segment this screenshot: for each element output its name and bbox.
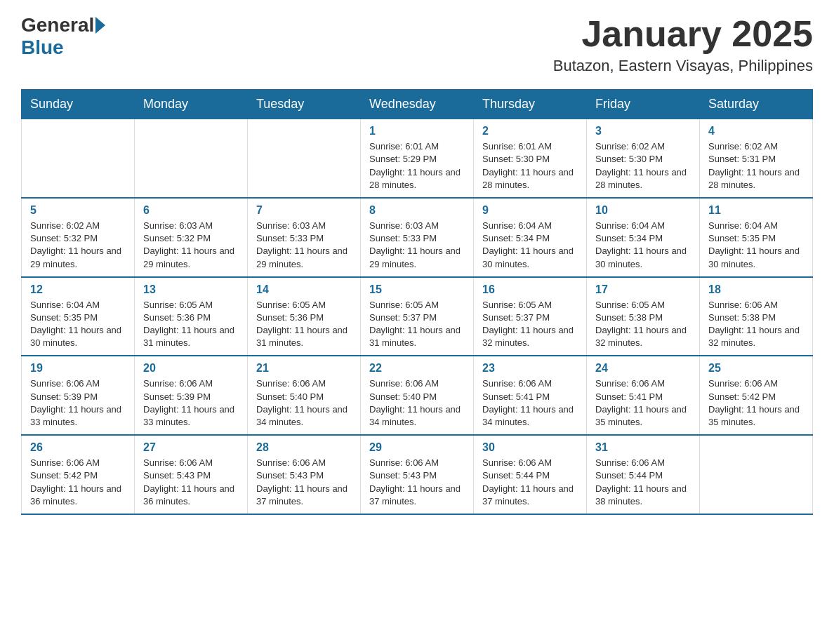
- day-number: 20: [143, 362, 239, 375]
- header-monday: Monday: [135, 90, 248, 119]
- table-row: 5Sunrise: 6:02 AMSunset: 5:32 PMDaylight…: [22, 198, 135, 277]
- table-row: 24Sunrise: 6:06 AMSunset: 5:41 PMDayligh…: [587, 356, 700, 435]
- day-info: Sunrise: 6:01 AMSunset: 5:29 PMDaylight:…: [369, 140, 465, 192]
- header-friday: Friday: [587, 90, 700, 119]
- page-title: January 2025: [553, 14, 813, 54]
- day-number: 27: [143, 441, 239, 454]
- table-row: 11Sunrise: 6:04 AMSunset: 5:35 PMDayligh…: [700, 198, 813, 277]
- day-number: 17: [595, 283, 691, 296]
- table-row: [135, 119, 248, 198]
- calendar-week-row: 19Sunrise: 6:06 AMSunset: 5:39 PMDayligh…: [22, 356, 813, 435]
- day-info: Sunrise: 6:06 AMSunset: 5:40 PMDaylight:…: [256, 377, 352, 429]
- table-row: 18Sunrise: 6:06 AMSunset: 5:38 PMDayligh…: [700, 277, 813, 356]
- calendar-week-row: 26Sunrise: 6:06 AMSunset: 5:42 PMDayligh…: [22, 435, 813, 514]
- day-info: Sunrise: 6:06 AMSunset: 5:41 PMDaylight:…: [482, 377, 578, 429]
- day-info: Sunrise: 6:05 AMSunset: 5:38 PMDaylight:…: [595, 299, 691, 350]
- header-wednesday: Wednesday: [361, 90, 474, 119]
- day-info: Sunrise: 6:06 AMSunset: 5:40 PMDaylight:…: [369, 377, 465, 429]
- table-row: 7Sunrise: 6:03 AMSunset: 5:33 PMDaylight…: [248, 198, 361, 277]
- table-row: 15Sunrise: 6:05 AMSunset: 5:37 PMDayligh…: [361, 277, 474, 356]
- day-info: Sunrise: 6:06 AMSunset: 5:38 PMDaylight:…: [708, 299, 804, 350]
- table-row: 2Sunrise: 6:01 AMSunset: 5:30 PMDaylight…: [474, 119, 587, 198]
- table-row: 8Sunrise: 6:03 AMSunset: 5:33 PMDaylight…: [361, 198, 474, 277]
- day-number: 4: [708, 125, 804, 137]
- table-row: 27Sunrise: 6:06 AMSunset: 5:43 PMDayligh…: [135, 435, 248, 514]
- table-row: 12Sunrise: 6:04 AMSunset: 5:35 PMDayligh…: [22, 277, 135, 356]
- day-number: 10: [595, 204, 691, 217]
- table-row: 23Sunrise: 6:06 AMSunset: 5:41 PMDayligh…: [474, 356, 587, 435]
- day-info: Sunrise: 6:06 AMSunset: 5:43 PMDaylight:…: [143, 457, 239, 508]
- day-info: Sunrise: 6:06 AMSunset: 5:44 PMDaylight:…: [595, 457, 691, 508]
- day-info: Sunrise: 6:05 AMSunset: 5:37 PMDaylight:…: [482, 299, 578, 350]
- day-number: 23: [482, 362, 578, 375]
- day-number: 24: [595, 362, 691, 375]
- calendar-week-row: 5Sunrise: 6:02 AMSunset: 5:32 PMDaylight…: [22, 198, 813, 277]
- day-number: 28: [256, 441, 352, 454]
- table-row: 17Sunrise: 6:05 AMSunset: 5:38 PMDayligh…: [587, 277, 700, 356]
- header-saturday: Saturday: [700, 90, 813, 119]
- day-number: 2: [482, 125, 578, 137]
- header-tuesday: Tuesday: [248, 90, 361, 119]
- day-number: 29: [369, 441, 465, 454]
- day-info: Sunrise: 6:06 AMSunset: 5:42 PMDaylight:…: [708, 377, 804, 429]
- day-info: Sunrise: 6:04 AMSunset: 5:34 PMDaylight:…: [482, 220, 578, 271]
- logo-arrow-icon: [95, 17, 105, 34]
- day-number: 9: [482, 204, 578, 217]
- day-number: 15: [369, 283, 465, 296]
- logo: General Blue: [21, 14, 107, 59]
- day-info: Sunrise: 6:03 AMSunset: 5:33 PMDaylight:…: [256, 220, 352, 271]
- day-number: 1: [369, 125, 465, 137]
- logo-blue: Blue: [21, 36, 64, 59]
- table-row: [700, 435, 813, 514]
- day-number: 22: [369, 362, 465, 375]
- day-number: 19: [30, 362, 126, 375]
- table-row: 30Sunrise: 6:06 AMSunset: 5:44 PMDayligh…: [474, 435, 587, 514]
- calendar-week-row: 1Sunrise: 6:01 AMSunset: 5:29 PMDaylight…: [22, 119, 813, 198]
- day-info: Sunrise: 6:05 AMSunset: 5:36 PMDaylight:…: [143, 299, 239, 350]
- day-info: Sunrise: 6:04 AMSunset: 5:35 PMDaylight:…: [708, 220, 804, 271]
- day-info: Sunrise: 6:03 AMSunset: 5:32 PMDaylight:…: [143, 220, 239, 271]
- day-info: Sunrise: 6:06 AMSunset: 5:43 PMDaylight:…: [369, 457, 465, 508]
- table-row: 29Sunrise: 6:06 AMSunset: 5:43 PMDayligh…: [361, 435, 474, 514]
- calendar-header-row: Sunday Monday Tuesday Wednesday Thursday…: [22, 90, 813, 119]
- table-row: 22Sunrise: 6:06 AMSunset: 5:40 PMDayligh…: [361, 356, 474, 435]
- table-row: 20Sunrise: 6:06 AMSunset: 5:39 PMDayligh…: [135, 356, 248, 435]
- table-row: 14Sunrise: 6:05 AMSunset: 5:36 PMDayligh…: [248, 277, 361, 356]
- table-row: 16Sunrise: 6:05 AMSunset: 5:37 PMDayligh…: [474, 277, 587, 356]
- day-info: Sunrise: 6:05 AMSunset: 5:37 PMDaylight:…: [369, 299, 465, 350]
- table-row: 13Sunrise: 6:05 AMSunset: 5:36 PMDayligh…: [135, 277, 248, 356]
- table-row: [22, 119, 135, 198]
- day-info: Sunrise: 6:02 AMSunset: 5:31 PMDaylight:…: [708, 140, 804, 192]
- day-number: 31: [595, 441, 691, 454]
- table-row: 31Sunrise: 6:06 AMSunset: 5:44 PMDayligh…: [587, 435, 700, 514]
- day-info: Sunrise: 6:06 AMSunset: 5:39 PMDaylight:…: [143, 377, 239, 429]
- day-number: 7: [256, 204, 352, 217]
- day-number: 13: [143, 283, 239, 296]
- page-header: General Blue January 2025 Butazon, Easte…: [21, 14, 813, 75]
- day-number: 11: [708, 204, 804, 217]
- day-number: 8: [369, 204, 465, 217]
- table-row: [248, 119, 361, 198]
- day-info: Sunrise: 6:04 AMSunset: 5:35 PMDaylight:…: [30, 299, 126, 350]
- day-info: Sunrise: 6:01 AMSunset: 5:30 PMDaylight:…: [482, 140, 578, 192]
- title-section: January 2025 Butazon, Eastern Visayas, P…: [553, 14, 813, 75]
- day-info: Sunrise: 6:03 AMSunset: 5:33 PMDaylight:…: [369, 220, 465, 271]
- calendar-week-row: 12Sunrise: 6:04 AMSunset: 5:35 PMDayligh…: [22, 277, 813, 356]
- table-row: 6Sunrise: 6:03 AMSunset: 5:32 PMDaylight…: [135, 198, 248, 277]
- day-number: 25: [708, 362, 804, 375]
- table-row: 21Sunrise: 6:06 AMSunset: 5:40 PMDayligh…: [248, 356, 361, 435]
- day-info: Sunrise: 6:06 AMSunset: 5:44 PMDaylight:…: [482, 457, 578, 508]
- day-info: Sunrise: 6:06 AMSunset: 5:43 PMDaylight:…: [256, 457, 352, 508]
- day-number: 3: [595, 125, 691, 137]
- day-number: 16: [482, 283, 578, 296]
- day-info: Sunrise: 6:02 AMSunset: 5:30 PMDaylight:…: [595, 140, 691, 192]
- table-row: 1Sunrise: 6:01 AMSunset: 5:29 PMDaylight…: [361, 119, 474, 198]
- calendar-table: Sunday Monday Tuesday Wednesday Thursday…: [21, 89, 813, 515]
- table-row: 4Sunrise: 6:02 AMSunset: 5:31 PMDaylight…: [700, 119, 813, 198]
- table-row: 26Sunrise: 6:06 AMSunset: 5:42 PMDayligh…: [22, 435, 135, 514]
- table-row: 3Sunrise: 6:02 AMSunset: 5:30 PMDaylight…: [587, 119, 700, 198]
- day-number: 5: [30, 204, 126, 217]
- day-info: Sunrise: 6:06 AMSunset: 5:42 PMDaylight:…: [30, 457, 126, 508]
- day-info: Sunrise: 6:06 AMSunset: 5:39 PMDaylight:…: [30, 377, 126, 429]
- table-row: 28Sunrise: 6:06 AMSunset: 5:43 PMDayligh…: [248, 435, 361, 514]
